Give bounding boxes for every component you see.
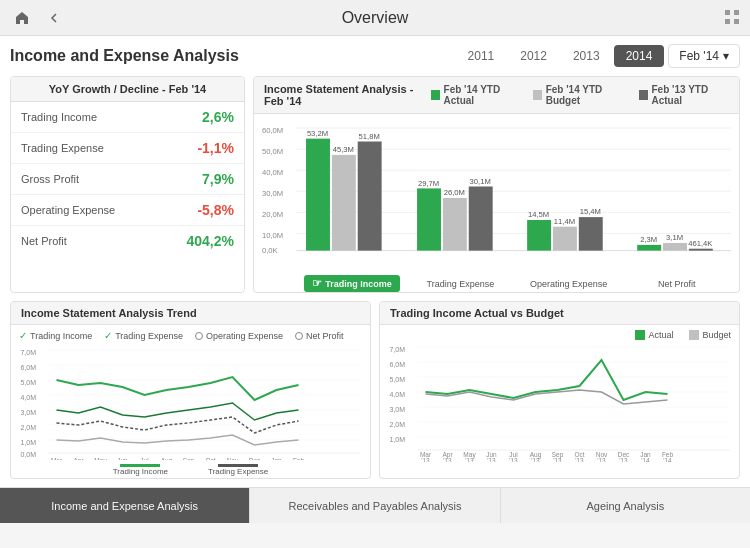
svg-text:Aug: Aug [161,457,173,460]
bar-operating-expense-prev[interactable] [579,217,603,251]
svg-text:'13: '13 [443,457,452,462]
footer-tab-income-expense[interactable]: Income and Expense Analysis [0,488,250,523]
legend-label-prev: Feb '13 YTD Actual [652,84,729,106]
svg-text:4,0M: 4,0M [390,391,406,398]
legend-dot-light-gray [533,90,542,100]
yoy-label-2: Gross Profit [21,173,79,185]
svg-text:0,0K: 0,0K [262,246,279,255]
bar-net-profit-prev[interactable] [689,249,713,251]
trend-label-2: Operating Expense [206,331,283,341]
group-label-trading-income[interactable]: ☞ Trading Income [298,275,406,292]
bar-trading-income-actual[interactable] [306,139,330,251]
avb-legend-budget: Budget [689,330,731,340]
svg-text:11,4M: 11,4M [554,217,575,226]
svg-text:2,0M: 2,0M [21,424,37,431]
svg-text:Oct: Oct [205,457,215,460]
svg-text:'14: '14 [641,457,650,462]
group-label-trading-expense[interactable]: Trading Expense [406,275,514,292]
income-statement-panel: Income Statement Analysis - Feb '14 Feb … [253,76,740,293]
svg-text:Jan: Jan [271,457,282,460]
group-label-operating-expense[interactable]: Operating Expense [515,275,623,292]
group-label-text-3: Net Profit [658,279,696,289]
avb-legend: Actual Budget [388,330,731,340]
legend-prev-year: Feb '13 YTD Actual [639,84,729,106]
year-tab-2013[interactable]: 2013 [561,45,612,67]
footer-tab-ageing[interactable]: Ageing Analysis [501,488,750,523]
group-label-text-1: Trading Expense [427,279,495,289]
top-section: Income and Expense Analysis 2011 2012 20… [10,44,740,68]
bar-trading-expense-budget[interactable] [443,198,467,251]
year-tab-2014[interactable]: 2014 [614,45,665,67]
line-trading-income [57,377,299,400]
footer-tab-label-2: Ageing Analysis [586,500,664,512]
avb-dot-budget [689,330,699,340]
svg-text:5,0M: 5,0M [21,379,37,386]
trend-legend: ✓ Trading Income ✓ Trading Expense Opera… [19,330,362,341]
bar-operating-expense-budget[interactable] [553,227,577,251]
trend-label-0: Trading Income [30,331,92,341]
actual-vs-budget-panel: Trading Income Actual vs Budget Actual B… [379,301,740,479]
svg-text:May: May [94,457,107,460]
hand-icon: ☞ [312,277,322,290]
svg-text:10,0M: 10,0M [262,231,283,240]
bar-net-profit-actual[interactable] [637,245,661,251]
svg-text:Mar: Mar [51,457,63,460]
bar-chart-svg: 60,0M 50,0M 40,0M 30,0M 20,0M 10,0M 0,0K [262,120,731,275]
header-title: Overview [342,9,409,27]
trend-bottom-labels: Trading Income Trading Expense [19,464,362,476]
year-tab-2012[interactable]: 2012 [508,45,559,67]
svg-rect-0 [725,10,730,15]
svg-text:5,0M: 5,0M [390,376,406,383]
svg-text:53,2M: 53,2M [307,129,328,138]
footer-tab-receivables[interactable]: Receivables and Payables Analysis [250,488,500,523]
bar-operating-expense-actual[interactable] [527,220,551,251]
svg-text:26,0M: 26,0M [444,188,465,197]
actual-vs-budget-header: Trading Income Actual vs Budget [380,302,739,325]
svg-text:2,3M: 2,3M [640,235,657,244]
bar-trading-expense-prev[interactable] [469,186,493,250]
svg-text:30,1M: 30,1M [470,177,491,186]
svg-text:'13: '13 [553,457,562,462]
home-icon[interactable] [10,6,34,30]
income-legend: Feb '14 YTD Actual Feb '14 YTD Budget Fe… [431,84,729,106]
circle-icon-1 [195,332,203,340]
bar-trading-income-budget[interactable] [332,155,356,251]
trend-legend-trading-expense: ✓ Trading Expense [104,330,183,341]
header-nav [10,6,66,30]
year-tabs: 2011 2012 2013 2014 [456,45,665,67]
legend-budget: Feb '14 YTD Budget [533,84,627,106]
trend-legend-trading-income: ✓ Trading Income [19,330,92,341]
back-icon[interactable] [42,6,66,30]
svg-text:'13: '13 [597,457,606,462]
year-tab-2011[interactable]: 2011 [456,45,507,67]
trend-label-1: Trading Expense [115,331,183,341]
svg-rect-3 [734,19,739,24]
svg-text:2,0M: 2,0M [390,421,406,428]
month-dropdown[interactable]: Feb '14 ▾ [668,44,740,68]
bar-trading-income-prev[interactable] [358,142,382,251]
yoy-row-trading-expense: Trading Expense -1,1% [11,133,244,164]
month-label: Feb '14 [679,49,719,63]
grid-icon[interactable] [724,9,740,27]
yoy-value-4: 404,2% [187,233,234,249]
svg-text:3,0M: 3,0M [21,409,37,416]
svg-text:20,0M: 20,0M [262,210,283,219]
svg-text:15,4M: 15,4M [580,207,601,216]
footer-tab-label-0: Income and Expense Analysis [51,500,198,512]
yoy-value-0: 2,6% [202,109,234,125]
bottom-label-income: Trading Income [113,467,168,476]
bar-net-profit-budget[interactable] [663,243,687,251]
yoy-value-3: -5,8% [197,202,234,218]
bar-chart-area: 60,0M 50,0M 40,0M 30,0M 20,0M 10,0M 0,0K [254,114,739,292]
year-filter-area: 2011 2012 2013 2014 Feb '14 ▾ [456,44,740,68]
svg-text:Feb: Feb [293,457,305,460]
svg-text:3,1M: 3,1M [666,233,683,242]
avb-label-budget: Budget [702,330,731,340]
svg-text:6,0M: 6,0M [390,361,406,368]
group-label-net-profit[interactable]: Net Profit [623,275,731,292]
bar-trading-expense-actual[interactable] [417,188,441,250]
dropdown-chevron: ▾ [723,49,729,63]
yoy-header: YoY Growth / Decline - Feb '14 [11,77,244,102]
svg-text:Jun: Jun [117,457,128,460]
trend-legend-operating-expense: Operating Expense [195,330,283,341]
